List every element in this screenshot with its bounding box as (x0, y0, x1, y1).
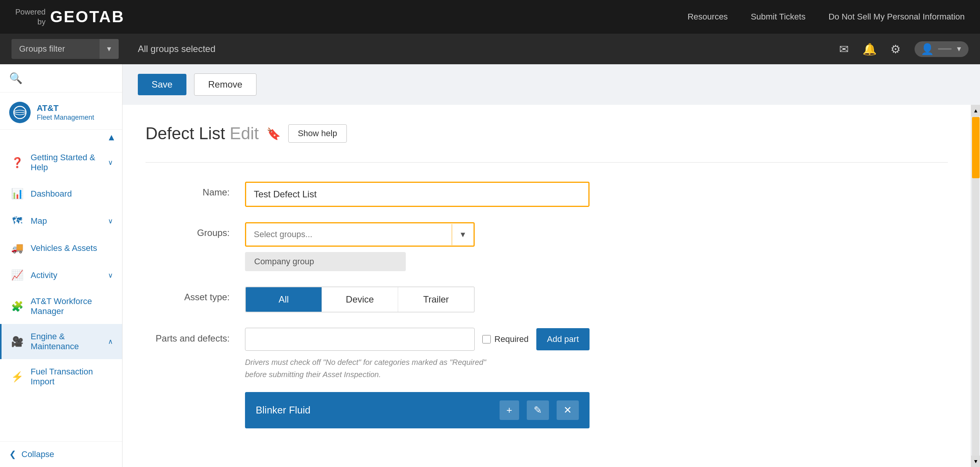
settings-icon[interactable]: ⚙ (890, 42, 901, 56)
bookmark-icon: 🔖 (266, 127, 281, 140)
sidebar-logo: AT&T Fleet Management (0, 93, 122, 130)
asset-type-trailer-button[interactable]: Trailer (398, 287, 474, 312)
sidebar-item-map[interactable]: 🗺 Map ∨ (0, 207, 122, 234)
submit-tickets-link[interactable]: Submit Tickets (751, 12, 805, 22)
asset-type-label: Asset type: (145, 286, 230, 303)
topbar: Poweredby GEOTAB Resources Submit Ticket… (0, 0, 980, 34)
parts-defects-input-row: Required Add part (245, 328, 590, 351)
all-groups-text: All groups selected (138, 44, 216, 54)
user-pill[interactable]: 👤 ▼ (915, 41, 969, 57)
groups-filter-dropdown[interactable]: Groups filter ▼ (11, 39, 119, 59)
part-name-input[interactable] (245, 328, 475, 351)
company-group-tag: Company group (245, 252, 406, 271)
help-icon: ❓ (11, 157, 24, 169)
collapse-icon: ❮ (9, 449, 16, 459)
blinker-fluid-row: Blinker Fluid + ✎ ✕ (245, 392, 590, 428)
parts-defects-field-row: Parts and defects: Required Add part Dri… (145, 328, 948, 428)
sidebar-item-dashboard[interactable]: 📊 Dashboard (0, 180, 122, 207)
notifications-icon[interactable]: 🔔 (862, 42, 877, 56)
groups-filter-arrow[interactable]: ▼ (100, 39, 119, 59)
sidebar: 🔍 AT&T Fleet Management ▲ ❓ (0, 64, 122, 467)
parts-hint: Drivers must check off "No defect" for c… (245, 356, 590, 381)
dashboard-icon: 📊 (11, 188, 24, 200)
add-part-button[interactable]: Add part (536, 328, 590, 350)
blinker-add-button[interactable]: + (500, 400, 519, 420)
toolbar: Save Remove (122, 64, 980, 105)
asset-type-field-row: Asset type: All Device Trailer (145, 286, 948, 312)
map-icon: 🗺 (11, 215, 24, 227)
nav-scroll-up-button[interactable]: ▲ (107, 132, 116, 143)
form-wrapper: Defect List Edit 🔖 Show help Name: (122, 105, 980, 467)
page-title-area: Defect List Edit 🔖 Show help (145, 124, 948, 143)
att-text: AT&T (37, 103, 94, 113)
groups-filter-label: Groups filter (11, 44, 100, 54)
chevron-down-icon: ∨ (108, 158, 113, 167)
sidebar-item-att-workforce[interactable]: 🧩 AT&T Workforce Manager (0, 289, 122, 324)
scroll-up-button[interactable]: ▲ (971, 105, 980, 116)
blinker-delete-button[interactable]: ✕ (557, 400, 579, 420)
user-name (938, 48, 952, 50)
name-input[interactable] (245, 182, 590, 207)
att-subtext: Fleet Management (37, 114, 94, 122)
geotab-logo-text: GEOTAB (50, 8, 125, 26)
search-icon[interactable]: 🔍 (9, 72, 23, 84)
user-chevron-icon: ▼ (956, 45, 962, 53)
name-field-row: Name: (145, 182, 948, 207)
engine-icon: 🎥 (11, 336, 24, 348)
asset-type-all-button[interactable]: All (246, 287, 322, 312)
sidebar-item-fuel-transaction[interactable]: ⚡ Fuel Transaction Import (0, 359, 122, 394)
groups-label: Groups: (145, 222, 230, 238)
groups-dropdown-arrow[interactable]: ▼ (452, 224, 474, 245)
parts-defects-label: Parts and defects: (145, 328, 230, 344)
logo-area: Poweredby GEOTAB (15, 7, 125, 27)
asset-type-device-button[interactable]: Device (322, 287, 398, 312)
required-label: Required (495, 334, 529, 344)
asset-type-toggle: All Device Trailer (245, 286, 475, 312)
groups-dropdown[interactable]: ▼ (245, 222, 475, 247)
groups-select-input[interactable] (246, 223, 452, 246)
powered-by-text: Poweredby (15, 7, 46, 27)
save-button[interactable]: Save (138, 74, 186, 95)
sidebar-item-label: Fuel Transaction Import (31, 367, 113, 387)
sidebar-item-activity[interactable]: 📈 Activity ∨ (0, 262, 122, 289)
required-check-wrapper: Required (482, 334, 529, 344)
sidebar-search-area: 🔍 (0, 64, 122, 93)
sidebar-item-vehicles-assets[interactable]: 🚚 Vehicles & Assets (0, 234, 122, 262)
remove-button[interactable]: Remove (194, 73, 256, 96)
sidebar-collapse[interactable]: ❮ Collapse (0, 441, 122, 467)
collapse-label: Collapse (21, 449, 54, 459)
chevron-up-icon: ∧ (108, 337, 113, 346)
scroll-track-inner (972, 116, 979, 456)
mail-icon[interactable]: ✉ (839, 42, 849, 56)
do-not-sell-link[interactable]: Do Not Sell My Personal Information (828, 12, 965, 22)
scroll-track: ▲ ▼ (971, 105, 980, 467)
parts-defects-field-area: Required Add part Drivers must check off… (245, 328, 590, 428)
secondbar: Groups filter ▼ All groups selected ✉ 🔔 … (0, 34, 980, 64)
sidebar-item-label: Activity (31, 270, 101, 280)
topbar-links: Resources Submit Tickets Do Not Sell My … (688, 12, 965, 22)
sidebar-nav: ❓ Getting Started & Help ∨ 📊 Dashboard 🗺… (0, 145, 122, 441)
scroll-down-button[interactable]: ▼ (971, 456, 980, 467)
groups-field-row: Groups: ▼ Company group (145, 222, 948, 271)
sidebar-item-label: Engine & Maintenance (31, 332, 101, 351)
form-area: Defect List Edit 🔖 Show help Name: (122, 105, 971, 467)
sidebar-item-label: Map (31, 216, 101, 226)
blinker-edit-button[interactable]: ✎ (527, 400, 549, 420)
sidebar-item-label: Vehicles & Assets (31, 243, 113, 253)
topbar-icon-group: ✉ 🔔 ⚙ 👤 ▼ (839, 41, 969, 57)
blinker-icons: + ✎ ✕ (500, 400, 579, 420)
name-field-area (245, 182, 590, 207)
resources-link[interactable]: Resources (688, 12, 728, 22)
groups-field-area: ▼ Company group (245, 222, 590, 271)
required-checkbox[interactable] (482, 335, 491, 343)
sidebar-item-getting-started[interactable]: ❓ Getting Started & Help ∨ (0, 145, 122, 180)
user-icon: 👤 (921, 43, 934, 55)
main-layout: 🔍 AT&T Fleet Management ▲ ❓ (0, 64, 980, 467)
chevron-down-icon: ∨ (108, 217, 113, 225)
sidebar-item-label: Getting Started & Help (31, 153, 101, 172)
scroll-thumb[interactable] (972, 117, 980, 178)
show-help-button[interactable]: Show help (288, 124, 347, 143)
nav-scroll-up-area: ▲ (0, 130, 122, 145)
sidebar-item-engine-maintenance[interactable]: 🎥 Engine & Maintenance ∧ (0, 324, 122, 359)
sidebar-item-label: AT&T Workforce Manager (31, 296, 113, 316)
